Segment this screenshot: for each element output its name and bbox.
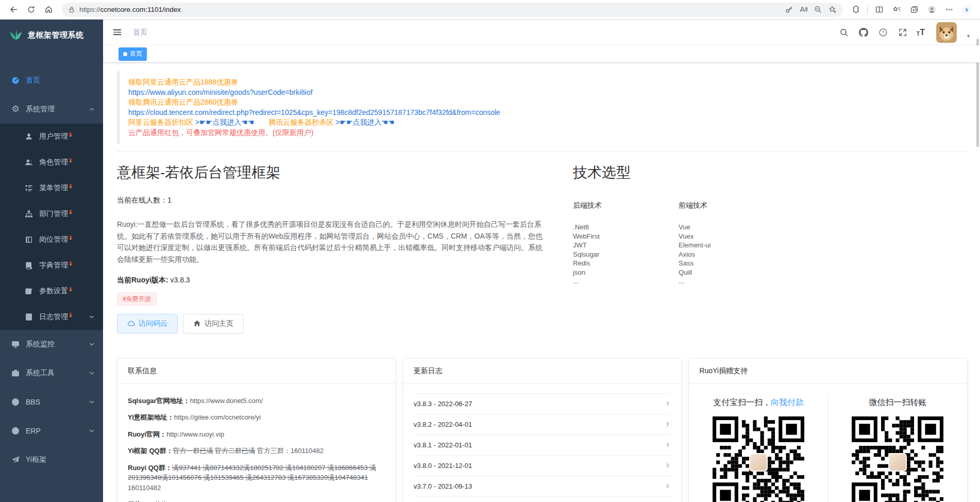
notice-text: 领取腾讯云通用云产品2860优惠券 (128, 98, 238, 106)
changelog-row[interactable]: v3.8.3 - 2022-06-27 (414, 394, 671, 414)
tab-home[interactable]: 首页 (119, 47, 147, 61)
sidebar-item-post-management[interactable]: 岗位管理 (0, 227, 103, 253)
tech-section: 技术选型 后端技术 .Net6WebFirstJWTSqlsugarRedisj… (568, 152, 968, 333)
fullscreen-icon[interactable] (897, 27, 908, 38)
free-open-source-tag: ¥免费开源 (117, 292, 157, 306)
contact-value: https://gitee.com/ccnetcore/yi (174, 413, 261, 421)
sidebar-item-label: 系统工具 (26, 369, 55, 378)
notice-link[interactable]: >☛☛点我进入☚☚ (195, 118, 254, 126)
visit-homepage-button[interactable]: 访问主页 (183, 314, 244, 333)
address-bar[interactable]: https://ccnetcore.com:1101/index (62, 3, 842, 17)
copilot-icon[interactable]: b (958, 2, 975, 18)
changelog-row[interactable]: v3.8.0 - 2021-12-01 (414, 456, 671, 476)
sidebar-item-label: 系统管理 (26, 105, 55, 114)
home-icon[interactable] (40, 2, 57, 18)
notice-text: 云产品通用红包，可叠加官网常规优惠使用。(仅限新用户) (128, 128, 313, 137)
menu-tree-icon (25, 184, 33, 192)
announcement-box: 领取阿里云通用云产品1888优惠券https://www.aliyun.com/… (117, 71, 968, 144)
refresh-icon[interactable] (23, 2, 39, 18)
app-logo[interactable]: 意框架管理系统 (0, 20, 103, 51)
sidebar-item-dept-management[interactable]: 部门管理 (0, 201, 103, 227)
tags-view-bar: 首页 (103, 45, 980, 63)
github-icon[interactable] (858, 27, 869, 38)
sidebar-item-bbs[interactable]: BBS (0, 388, 103, 416)
read-aloud-icon[interactable] (796, 4, 810, 16)
donation-card-title: RuoYi捐赠支持 (689, 359, 967, 384)
leaf-logo-icon (9, 28, 23, 42)
tech-title: 技术选型 (573, 163, 968, 182)
sidebar-item-home[interactable]: 首页 (0, 66, 103, 95)
collections-icon[interactable] (906, 2, 922, 18)
pay-me-link[interactable]: 向我付款 (771, 398, 804, 407)
sidebar-item-user-management[interactable]: 用户管理 (0, 124, 103, 149)
back-icon[interactable] (5, 2, 22, 18)
user-avatar[interactable] (936, 22, 957, 43)
question-icon[interactable]: ? (877, 27, 889, 38)
notice-link[interactable]: https://cloud.tencent.com/redirect.php?r… (128, 108, 500, 116)
changelog-row[interactable]: v3.7.0 - 2021-09-13 (414, 476, 671, 497)
visit-gitee-button[interactable]: 访问码云 (117, 314, 178, 333)
sidebar-fold-icon[interactable] (108, 24, 126, 41)
sidebar-menu: 首页⚙系统管理用户管理角色管理菜单管理部门管理岗位管理字典管理参数设置日志管理系… (0, 51, 103, 474)
sidebar-item-system-tools[interactable]: 系统工具 (0, 359, 103, 388)
wechat-donation: 微信扫一扫转账 (829, 394, 967, 502)
frontend-label: 前端技术 (679, 201, 784, 210)
font-size-icon[interactable]: TT (917, 28, 925, 37)
notice-link[interactable]: https://www.aliyun.com/minisite/goods?us… (128, 88, 313, 96)
favorite-star-add-icon[interactable] (825, 4, 839, 16)
changelog-card: 更新日志 v3.8.3 - 2022-06-27v3.8.2 - 2022-04… (403, 358, 682, 502)
sidebar-item-system-monitor[interactable]: 系统监控 (0, 330, 103, 359)
more-menu-icon[interactable] (941, 2, 957, 18)
sidebar-item-label: 系统监控 (26, 340, 55, 349)
contact-value: 160110482 (128, 484, 161, 492)
hot-badge-icon (70, 158, 72, 162)
sidebar-item-log-management[interactable]: 日志管理 (0, 304, 103, 330)
breadcrumb[interactable]: 首页 (133, 28, 147, 37)
tech-item: WebFirst (573, 232, 679, 241)
favorites-icon[interactable] (888, 2, 905, 18)
sidebar-item-system-management[interactable]: ⚙系统管理 (0, 95, 103, 124)
search-icon[interactable] (838, 27, 850, 38)
caret-down-icon[interactable]: ▼ (966, 34, 971, 39)
sidebar-item-role-management[interactable]: 角色管理 (0, 149, 103, 175)
qr-center-photo (749, 453, 768, 472)
tech-item: Vue (679, 223, 784, 232)
changelog-row[interactable]: v3.8.1 - 2022-01-01 (414, 435, 671, 456)
sidebar-item-label: Yi框架 (26, 455, 46, 464)
wechat-qr-code (852, 416, 943, 502)
contact-value: 官方二群已满 (215, 447, 255, 455)
profile-icon[interactable] (923, 2, 940, 18)
changelog-row[interactable]: v3.8.2 - 2022-04-01 (414, 414, 671, 435)
changelog-version: v3.8.1 - 2022-01-01 (414, 441, 472, 449)
chevron-down-icon (89, 314, 95, 320)
key-icon[interactable] (782, 4, 796, 16)
contact-value: 官方三群：160110482 (255, 447, 324, 455)
extensions-icon[interactable] (848, 2, 864, 18)
lock-icon[interactable] (68, 6, 75, 14)
tech-item: ... (573, 277, 679, 286)
sidebar-item-param-settings[interactable]: 参数设置 (0, 278, 103, 304)
sidebar-item-erp[interactable]: ERP (0, 416, 103, 445)
alipay-label: 支付宝扫一扫，向我付款 (689, 397, 827, 408)
contact-label: Sqlsugar官网地址： (128, 397, 190, 405)
hot-badge-icon (70, 210, 72, 214)
tech-item: Sass (679, 259, 784, 268)
hot-badge-icon (70, 236, 72, 240)
app-window: 意框架管理系统 首页⚙系统管理用户管理角色管理菜单管理部门管理岗位管理字典管理参… (0, 20, 980, 502)
zoom-out-icon[interactable] (810, 4, 825, 16)
tech-item: JWT (573, 241, 679, 250)
url-text[interactable]: https://ccnetcore.com:1101/index (79, 6, 782, 13)
changelog-version: v3.8.3 - 2022-06-27 (414, 400, 472, 408)
sidebar-item-dict-management[interactable]: 字典管理 (0, 253, 103, 278)
split-screen-icon[interactable] (871, 2, 887, 18)
notice-line: https://cloud.tencent.com/redirect.php?r… (128, 108, 959, 118)
contact-row: 微信：/ *若依 (128, 499, 385, 502)
alipay-donation: 支付宝扫一扫，向我付款 (689, 394, 828, 502)
sidebar-item-yi-framework[interactable]: Yi框架 (0, 445, 103, 474)
chevron-right-icon (665, 483, 671, 489)
version-line: 当前Ruoyi版本: v3.8.3 (117, 276, 543, 285)
sidebar-item-menu-management[interactable]: 菜单管理 (0, 175, 103, 201)
online-count: 当前在线人数：1 (117, 196, 543, 205)
tech-item: Axios (679, 250, 784, 259)
notice-link[interactable]: >☛☛点我进入☚☚ (335, 118, 394, 126)
